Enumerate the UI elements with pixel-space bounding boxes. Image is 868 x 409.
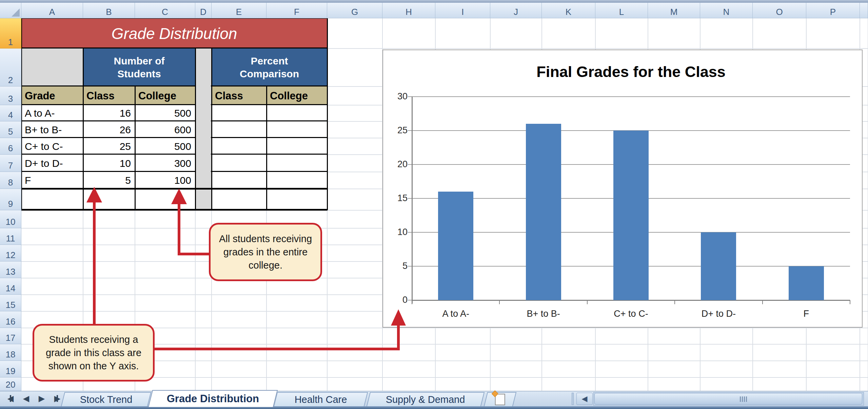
percent-class-empty-cell[interactable]: [212, 155, 267, 172]
percent-class-empty-cell[interactable]: [212, 105, 267, 121]
row-header-9[interactable]: 9: [0, 189, 21, 210]
college-count-cell[interactable]: 100: [135, 172, 195, 189]
class-table-header-class[interactable]: Class: [83, 86, 135, 105]
hscroll-track[interactable]: [593, 392, 864, 406]
row-header-19[interactable]: 19: [0, 361, 21, 377]
grade-cell[interactable]: B+ to B-: [21, 121, 83, 138]
empty-row9-cell[interactable]: [212, 189, 267, 210]
row-header-12[interactable]: 12: [0, 245, 21, 261]
row-header-15[interactable]: 15: [0, 295, 21, 311]
college-count-cell[interactable]: 300: [135, 155, 195, 172]
bar-f[interactable]: [789, 266, 824, 300]
scroll-previous-button[interactable]: ◀: [19, 393, 33, 404]
percent-table-header-class[interactable]: Class: [212, 86, 267, 105]
hscroll-left-button[interactable]: ◀: [576, 393, 593, 405]
separator-column-d[interactable]: [195, 48, 212, 210]
percent-college-empty-cell[interactable]: [267, 105, 327, 121]
college-count-cell[interactable]: 600: [135, 121, 195, 138]
percent-college-empty-cell[interactable]: [267, 172, 327, 189]
percent-comparison-header[interactable]: Percent Comparison: [212, 48, 327, 86]
row-header-14[interactable]: 14: [0, 278, 21, 295]
column-header-N[interactable]: N: [700, 3, 753, 18]
grade-cell[interactable]: A to A-: [21, 105, 83, 121]
row-header-4[interactable]: 4: [0, 105, 21, 121]
percent-college-empty-cell[interactable]: [267, 121, 327, 138]
class-count-cell[interactable]: 10: [83, 155, 135, 172]
percent-table-header-college[interactable]: College: [267, 86, 327, 105]
class-count-cell[interactable]: 26: [83, 121, 135, 138]
column-header-H[interactable]: H: [382, 3, 435, 18]
column-header-B[interactable]: B: [83, 3, 135, 18]
grade-cell[interactable]: C+ to C-: [21, 138, 83, 155]
row-header-7[interactable]: 7: [0, 155, 21, 172]
sheet-tab-grade-distribution[interactable]: Grade Distribution: [148, 390, 278, 407]
percent-class-empty-cell[interactable]: [212, 121, 267, 138]
final-grades-chart[interactable]: Final Grades for the Class 051015202530A…: [382, 50, 863, 328]
insert-worksheet-tab[interactable]: [484, 392, 516, 406]
column-header-K[interactable]: K: [542, 3, 595, 18]
callout-college[interactable]: All students receiving grades in the ent…: [209, 223, 322, 281]
grade-distribution-banner[interactable]: Grade Distribution: [21, 18, 327, 48]
empty-row9-cell[interactable]: [267, 189, 327, 210]
grade-cell[interactable]: D+ to D-: [21, 155, 83, 172]
grade-cell[interactable]: F: [21, 172, 83, 189]
cell-a2-gray[interactable]: [21, 48, 83, 86]
percent-class-empty-cell[interactable]: [212, 138, 267, 155]
college-count-cell[interactable]: 500: [135, 105, 195, 121]
y-axis-label-0: 0: [383, 295, 408, 305]
column-header-I[interactable]: I: [435, 3, 490, 18]
column-header-L[interactable]: L: [595, 3, 648, 18]
hscroll-thumb[interactable]: [594, 393, 862, 405]
row-header-6[interactable]: 6: [0, 138, 21, 155]
sheet-tab-label: Supply & Demand: [386, 394, 465, 405]
bar-c-to-c-[interactable]: [613, 131, 649, 300]
column-header-D[interactable]: D: [195, 3, 212, 18]
class-count-cell[interactable]: 25: [83, 138, 135, 155]
sheet-tab-health-care[interactable]: Health Care: [274, 392, 368, 406]
percent-class-empty-cell[interactable]: [212, 172, 267, 189]
percent-college-empty-cell[interactable]: [267, 155, 327, 172]
empty-row9-cell[interactable]: [21, 189, 83, 210]
bar-a-to-a-[interactable]: [438, 192, 473, 300]
class-table-header-college[interactable]: College: [135, 86, 195, 105]
column-header-E[interactable]: E: [212, 3, 267, 18]
row-header-13[interactable]: 13: [0, 261, 21, 278]
row-header-11[interactable]: 11: [0, 228, 21, 245]
table-border-h: [211, 104, 327, 105]
column-header-O[interactable]: O: [753, 3, 806, 18]
bar-d-to-d-[interactable]: [701, 232, 736, 300]
class-count-cell[interactable]: 5: [83, 172, 135, 189]
column-header-F[interactable]: F: [267, 3, 327, 18]
row-header-10[interactable]: 10: [0, 210, 21, 228]
column-header-J[interactable]: J: [490, 3, 542, 18]
row-header-8[interactable]: 8: [0, 172, 21, 189]
column-header-P[interactable]: P: [806, 3, 860, 18]
bar-b-to-b-[interactable]: [526, 124, 561, 300]
y-axis-label-15: 15: [383, 193, 408, 203]
scroll-first-button[interactable]: ◀: [3, 393, 18, 404]
class-table-header-grade[interactable]: Grade: [21, 86, 83, 105]
column-header-G[interactable]: G: [327, 3, 382, 18]
sheet-tab-supply-demand[interactable]: Supply & Demand: [367, 392, 485, 406]
column-header-C[interactable]: C: [135, 3, 195, 18]
sheet-tab-stock-trend[interactable]: Stock Trend: [61, 392, 151, 406]
scroll-next-button[interactable]: ▶: [35, 393, 49, 404]
number-of-students-header[interactable]: Number of Students: [83, 48, 195, 86]
row-header-2[interactable]: 2: [0, 48, 21, 86]
column-header-A[interactable]: A: [21, 3, 83, 18]
row-header-3[interactable]: 3: [0, 86, 21, 105]
arrow-college-elbow: [178, 253, 210, 255]
row-header-17[interactable]: 17: [0, 328, 21, 344]
row-header-20[interactable]: 20: [0, 377, 21, 391]
callout-class[interactable]: Students receiving a grade in this class…: [33, 324, 155, 382]
percent-college-empty-cell[interactable]: [267, 138, 327, 155]
row-header-18[interactable]: 18: [0, 344, 21, 361]
tab-scrollbar-splitter[interactable]: [572, 393, 574, 405]
select-all-corner[interactable]: [0, 3, 21, 18]
row-header-1[interactable]: 1: [0, 18, 21, 48]
row-header-5[interactable]: 5: [0, 121, 21, 138]
college-count-cell[interactable]: 500: [135, 138, 195, 155]
class-count-cell[interactable]: 16: [83, 105, 135, 121]
column-header-M[interactable]: M: [648, 3, 700, 18]
row-header-16[interactable]: 16: [0, 311, 21, 328]
